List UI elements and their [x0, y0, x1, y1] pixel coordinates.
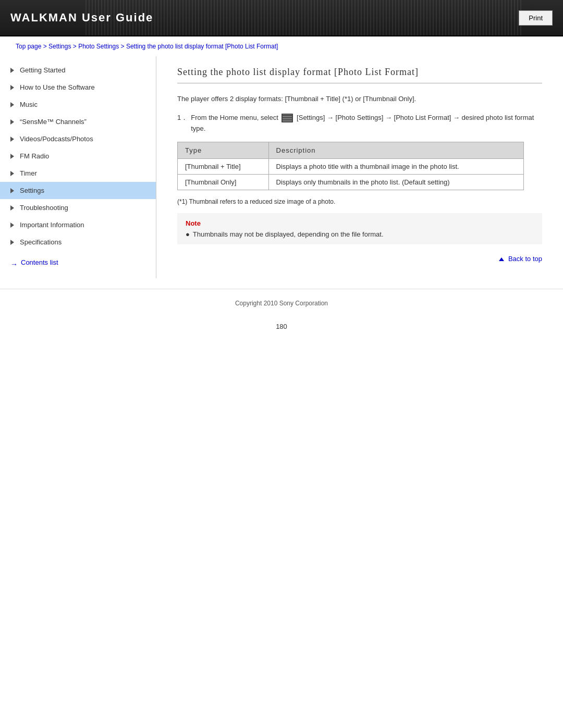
footer: Copyright 2010 Sony Corporation — [0, 289, 563, 317]
note-box: Note ● Thumbnails may not be displayed, … — [177, 213, 542, 244]
table-row: [Thumbnail Only] Displays only thumbnail… — [178, 175, 524, 190]
breadcrumb-settings[interactable]: Settings — [48, 43, 71, 50]
breadcrumb: Top page > Settings > Photo Settings > S… — [0, 36, 563, 56]
step-text-before: From the Home menu, select — [191, 114, 278, 121]
sidebar-label-videos-podcasts-photos: Videos/Podcasts/Photos — [20, 135, 93, 143]
sidebar-label-timer: Timer — [20, 169, 37, 177]
step-1: 1． From the Home menu, select [Settings]… — [177, 113, 542, 134]
sidebar-label-getting-started: Getting Started — [20, 66, 65, 74]
sidebar-label-how-to-use-software: How to Use the Software — [20, 83, 95, 91]
sidebar-label-music: Music — [20, 101, 38, 108]
chevron-right-icon — [10, 188, 16, 193]
sidebar-item-music[interactable]: Music — [0, 96, 156, 113]
page-number: 180 — [0, 317, 563, 336]
sidebar-item-how-to-use-software[interactable]: How to Use the Software — [0, 79, 156, 96]
sidebar-item-timer[interactable]: Timer — [0, 165, 156, 182]
breadcrumb-top-page[interactable]: Top page — [16, 43, 41, 50]
table-header-type: Type — [178, 142, 269, 159]
sidebar-label-troubleshooting: Troubleshooting — [20, 204, 68, 212]
intro-text: The player offers 2 display formats: [Th… — [177, 94, 542, 105]
chevron-right-icon — [10, 154, 16, 159]
back-to-top-label: Back to top — [508, 255, 542, 263]
settings-icon — [282, 114, 293, 122]
sidebar-item-getting-started[interactable]: Getting Started — [0, 61, 156, 79]
header: WALKMAN User Guide Print — [0, 0, 563, 36]
arrow-right-icon — [10, 260, 18, 265]
sidebar-item-videos-podcasts-photos[interactable]: Videos/Podcasts/Photos — [0, 130, 156, 147]
sidebar-item-sensme-channels[interactable]: “SensMe™ Channels” — [0, 113, 156, 130]
sidebar-label-important-information: Important Information — [20, 221, 84, 229]
table-cell-desc-1: Displays a photo title with a thumbnail … — [268, 159, 523, 175]
bullet-icon: ● — [186, 230, 190, 238]
table-header-description: Description — [268, 142, 523, 159]
contents-list-label: Contents list — [21, 258, 58, 266]
breadcrumb-photo-settings[interactable]: Photo Settings — [78, 43, 119, 50]
app-title: WALKMAN User Guide — [10, 11, 153, 24]
main-layout: Getting Started How to Use the Software … — [0, 56, 563, 278]
chevron-right-icon — [10, 223, 16, 228]
table-cell-type-1: [Thumbnail + Title] — [178, 159, 269, 175]
print-button[interactable]: Print — [519, 10, 553, 26]
sidebar: Getting Started How to Use the Software … — [0, 56, 156, 278]
note-text: Thumbnails may not be displayed, dependi… — [193, 230, 384, 238]
note-item: ● Thumbnails may not be displayed, depen… — [186, 230, 534, 238]
table-row: [Thumbnail + Title] Displays a photo tit… — [178, 159, 524, 175]
footnote: (*1) Thumbnail refers to a reduced size … — [177, 198, 542, 205]
sidebar-label-specifications: Specifications — [20, 238, 62, 246]
table-cell-desc-2: Displays only thumbnails in the photo li… — [268, 175, 523, 190]
chevron-right-icon — [10, 137, 16, 142]
sidebar-label-settings: Settings — [20, 187, 44, 194]
table-cell-type-2: [Thumbnail Only] — [178, 175, 269, 190]
triangle-up-icon — [499, 257, 504, 261]
sidebar-item-important-information[interactable]: Important Information — [0, 216, 156, 233]
chevron-right-icon — [10, 85, 16, 90]
sidebar-item-fm-radio[interactable]: FM Radio — [0, 147, 156, 165]
page-title: Setting the photo list display format [P… — [177, 67, 542, 83]
sidebar-label-sensme-channels: “SensMe™ Channels” — [20, 118, 87, 126]
chevron-right-icon — [10, 68, 16, 73]
sidebar-label-fm-radio: FM Radio — [20, 152, 49, 160]
sidebar-item-specifications[interactable]: Specifications — [0, 233, 156, 251]
breadcrumb-current-page[interactable]: Setting the photo list display format [P… — [126, 43, 278, 50]
sidebar-item-troubleshooting[interactable]: Troubleshooting — [0, 199, 156, 216]
contents-list-link[interactable]: Contents list — [0, 253, 156, 272]
step-text-middle: [Settings] → [Photo Settings] → [Photo L… — [297, 114, 460, 121]
back-to-top-link[interactable]: Back to top — [499, 255, 542, 263]
format-table: Type Description [Thumbnail + Title] Dis… — [177, 142, 524, 190]
back-to-top[interactable]: Back to top — [177, 250, 542, 268]
chevron-right-icon — [10, 240, 16, 245]
copyright-text: Copyright 2010 Sony Corporation — [235, 300, 328, 307]
step-number: 1． — [177, 113, 188, 124]
sidebar-item-settings[interactable]: Settings — [0, 182, 156, 199]
chevron-right-icon — [10, 171, 16, 176]
note-title: Note — [186, 219, 534, 227]
chevron-right-icon — [10, 205, 16, 211]
chevron-right-icon — [10, 102, 16, 107]
main-content: Setting the photo list display format [P… — [156, 56, 563, 278]
chevron-right-icon — [10, 119, 16, 125]
step-content: From the Home menu, select [Settings] → … — [191, 113, 542, 134]
